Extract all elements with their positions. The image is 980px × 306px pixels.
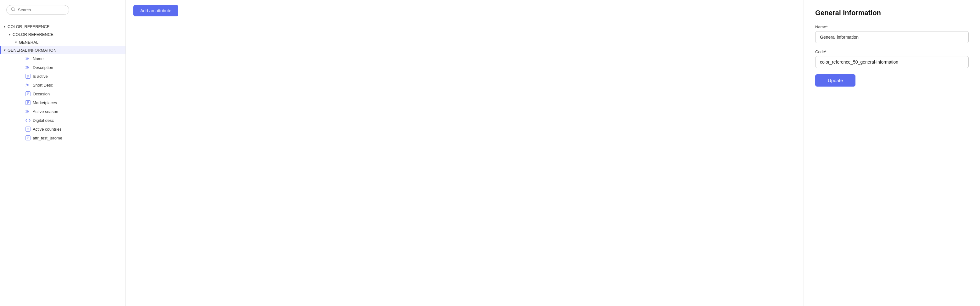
translate-icon: 文A bbox=[25, 108, 31, 114]
chevron-down-icon: ▾ bbox=[15, 40, 17, 45]
tree-item-color-reference-root[interactable]: ▾ COLOR_REFERENCE bbox=[0, 23, 126, 30]
tree-area: ▾ COLOR_REFERENCE ▾ COLOR REFERENCE ▾ GE… bbox=[0, 20, 126, 306]
tree-item-color-reference[interactable]: ▾ COLOR REFERENCE bbox=[0, 30, 126, 38]
tree-item-general-information[interactable]: ▾ GENERAL INFORMATION bbox=[0, 46, 126, 54]
tree-item-label: GENERAL bbox=[19, 40, 38, 45]
list-icon bbox=[25, 126, 31, 132]
tree-item-label: COLOR_REFERENCE bbox=[8, 24, 50, 29]
chevron-down-icon: ▾ bbox=[4, 48, 6, 52]
update-button[interactable]: Update bbox=[815, 74, 856, 86]
svg-text:A: A bbox=[27, 57, 29, 60]
translate-icon: 文A bbox=[25, 65, 31, 70]
list-icon bbox=[25, 135, 31, 141]
tree-item-label: Name bbox=[33, 56, 44, 61]
tree-item-active-countries[interactable]: Active countries bbox=[0, 125, 126, 134]
translate-icon: 文A bbox=[25, 56, 31, 61]
left-panel: ▾ COLOR_REFERENCE ▾ COLOR REFERENCE ▾ GE… bbox=[0, 0, 126, 306]
name-input[interactable] bbox=[815, 31, 969, 43]
svg-text:A: A bbox=[27, 110, 29, 113]
chevron-down-icon: ▾ bbox=[4, 25, 6, 29]
tree-item-label: GENERAL INFORMATION bbox=[8, 48, 56, 53]
tree-item-digital-desc[interactable]: Digital desc bbox=[0, 116, 126, 125]
list-icon bbox=[25, 91, 31, 97]
code-input[interactable] bbox=[815, 56, 969, 68]
svg-text:A: A bbox=[27, 66, 29, 69]
name-label: Name* bbox=[815, 25, 969, 29]
tree-item-attr-test-jerome[interactable]: attr_test_jerome bbox=[0, 134, 126, 142]
search-input[interactable] bbox=[18, 8, 64, 12]
panel-title: General Information bbox=[815, 9, 969, 17]
tree-item-is-active[interactable]: Is active bbox=[0, 72, 126, 81]
tree-item-short-desc[interactable]: 文A Short Desc bbox=[0, 81, 126, 89]
right-panel: General Information Name* Code* Update bbox=[804, 0, 980, 306]
tree-item-label: Active season bbox=[33, 109, 58, 114]
tree-item-name[interactable]: 文A Name bbox=[0, 54, 126, 63]
search-icon bbox=[11, 7, 16, 13]
tree-item-active-season[interactable]: 文A Active season bbox=[0, 107, 126, 116]
chevron-down-icon: ▾ bbox=[9, 32, 11, 37]
tree-item-general[interactable]: ▾ GENERAL bbox=[0, 38, 126, 46]
code-label: Code* bbox=[815, 49, 969, 54]
tree-item-occasion[interactable]: Occasion bbox=[0, 89, 126, 98]
svg-text:A: A bbox=[27, 83, 29, 86]
search-bar[interactable] bbox=[6, 5, 69, 15]
middle-panel: Add an attribute bbox=[126, 0, 804, 306]
tree-item-label: Digital desc bbox=[33, 118, 54, 123]
tree-item-label: Is active bbox=[33, 74, 48, 79]
name-form-group: Name* bbox=[815, 25, 969, 43]
tree-item-label: Description bbox=[33, 65, 53, 70]
tree-item-label: COLOR REFERENCE bbox=[13, 32, 54, 37]
code-icon bbox=[25, 118, 31, 123]
tree-item-label: Active countries bbox=[33, 127, 62, 132]
list-icon bbox=[25, 100, 31, 105]
translate-icon: 文A bbox=[25, 82, 31, 88]
svg-line-1 bbox=[14, 10, 15, 11]
code-form-group: Code* bbox=[815, 49, 969, 68]
search-bar-wrapper bbox=[0, 0, 126, 20]
tree-item-label: Marketplaces bbox=[33, 100, 57, 105]
tree-item-label: Short Desc bbox=[33, 83, 53, 88]
list-icon bbox=[25, 73, 31, 79]
tree-item-label: attr_test_jerome bbox=[33, 136, 62, 140]
tree-item-description[interactable]: 文A Description bbox=[0, 63, 126, 72]
tree-item-marketplaces[interactable]: Marketplaces bbox=[0, 98, 126, 107]
add-attribute-button[interactable]: Add an attribute bbox=[134, 5, 178, 16]
tree-item-label: Occasion bbox=[33, 92, 50, 96]
